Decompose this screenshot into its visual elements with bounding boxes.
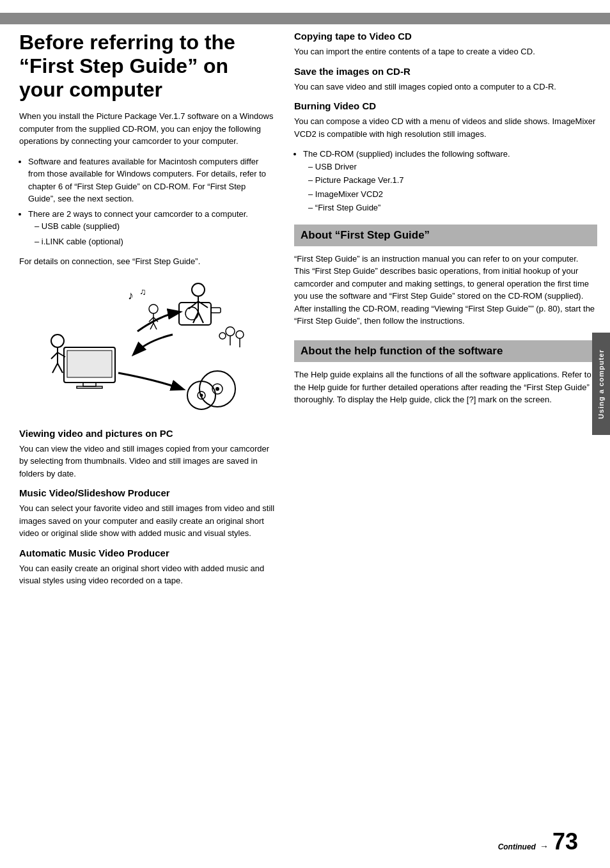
section-music-video: Music Video/Slideshow Producer You can s…	[19, 487, 275, 540]
right-column-inner: Copying tape to Video CD You can import …	[294, 31, 597, 406]
page-container: Before referring to the “First Step Guid…	[0, 0, 610, 868]
gray-box-first-step-guide: About “First Step Guide”	[294, 225, 597, 246]
section-text-auto: You can easily create an original short …	[19, 562, 275, 587]
svg-text:♪: ♪	[128, 289, 134, 302]
section-save-cdr: Save the images on CD-R You can save vid…	[294, 66, 597, 93]
gray-box-1-body: “First Step Guide” is an instruction man…	[294, 253, 597, 327]
list-subitem: Picture Package Ver.1.7	[308, 174, 597, 187]
list-subitem: USB cable (supplied)	[35, 220, 275, 233]
svg-line-8	[52, 363, 58, 373]
svg-line-9	[58, 363, 63, 373]
right-column: Copying tape to Video CD You can import …	[288, 31, 597, 592]
illustration-area: ♪ ♫	[45, 277, 249, 418]
svg-point-21	[215, 387, 219, 391]
section-heading-auto: Automatic Music Video Producer	[19, 548, 275, 558]
footer-area: Continued → 73	[498, 828, 578, 855]
continued-arrow: →	[540, 841, 549, 851]
list-subitem: ImageMixer VCD2	[308, 188, 597, 201]
section-heading-burning: Burning Video CD	[294, 100, 597, 111]
for-details-text: For details on connection, see “First St…	[19, 255, 275, 268]
svg-point-25	[149, 304, 158, 313]
list-item: Software and features available for Maci…	[28, 155, 275, 205]
section-copying-tape: Copying tape to Video CD You can import …	[294, 31, 597, 58]
section-text-copying: You can import the entire contents of a …	[294, 45, 597, 58]
section-burning-vcd: Burning Video CD You can compose a video…	[294, 100, 597, 140]
side-tab-text: Using a computer	[597, 349, 605, 419]
svg-point-13	[192, 283, 205, 296]
gray-box-1-title: About “First Step Guide”	[301, 229, 591, 242]
cdrom-bullet-list: The CD-ROM (supplied) includes the follo…	[303, 148, 597, 214]
svg-point-11	[185, 307, 198, 320]
left-column: Before referring to the “First Step Guid…	[19, 31, 288, 592]
section-text-music: You can select your favorite video and s…	[19, 502, 275, 540]
svg-line-30	[153, 323, 157, 329]
list-item: There are 2 ways to connect your camcord…	[28, 208, 275, 248]
section-heading-music: Music Video/Slideshow Producer	[19, 487, 275, 498]
list-subitem: i.LINK cable (optional)	[35, 235, 275, 248]
list-subitem: “First Step Guide”	[308, 201, 597, 214]
intro-text: When you install the Picture Package Ver…	[19, 110, 275, 148]
top-bar	[0, 13, 610, 24]
side-tab: Using a computer	[592, 333, 610, 435]
section-heading-copying: Copying tape to Video CD	[294, 31, 597, 42]
svg-line-17	[193, 312, 198, 323]
continued-text: Continued	[498, 842, 536, 851]
svg-line-6	[51, 352, 58, 359]
svg-point-33	[236, 331, 244, 338]
section-text-save: You can save video and still images copi…	[294, 81, 597, 93]
section-heading-viewing: Viewing video and pictures on PC	[19, 428, 275, 439]
svg-point-31	[226, 327, 235, 336]
svg-point-35	[219, 333, 226, 339]
gray-box-2-body: The Help guide explains all the function…	[294, 368, 597, 406]
section-viewing-video: Viewing video and pictures on PC You can…	[19, 428, 275, 480]
gray-box-2-title: About the help function of the software	[301, 345, 591, 358]
content-area: Before referring to the “First Step Guid…	[0, 31, 610, 592]
illustration-svg: ♪ ♫	[45, 277, 249, 418]
svg-point-4	[51, 335, 64, 347]
section-text-viewing: You can view the video and still images …	[19, 443, 275, 480]
svg-point-24	[200, 393, 203, 397]
main-title: Before referring to the “First Step Guid…	[19, 31, 275, 101]
svg-text:♫: ♫	[139, 287, 146, 297]
gray-box-help-function: About the help function of the software	[294, 340, 597, 362]
section-auto-music: Automatic Music Video Producer You can e…	[19, 548, 275, 587]
page-number: 73	[552, 828, 578, 855]
svg-rect-12	[211, 308, 221, 313]
svg-rect-3	[77, 386, 102, 388]
svg-rect-1	[67, 351, 112, 377]
section-text-burning: You can compose a video CD with a menu o…	[294, 115, 597, 140]
list-item: The CD-ROM (supplied) includes the follo…	[303, 148, 597, 214]
svg-line-29	[150, 323, 153, 329]
list-subitem: USB Driver	[308, 161, 597, 173]
svg-line-18	[198, 312, 203, 323]
bullet-list: Software and features available for Maci…	[28, 155, 275, 248]
section-heading-save: Save the images on CD-R	[294, 66, 597, 77]
